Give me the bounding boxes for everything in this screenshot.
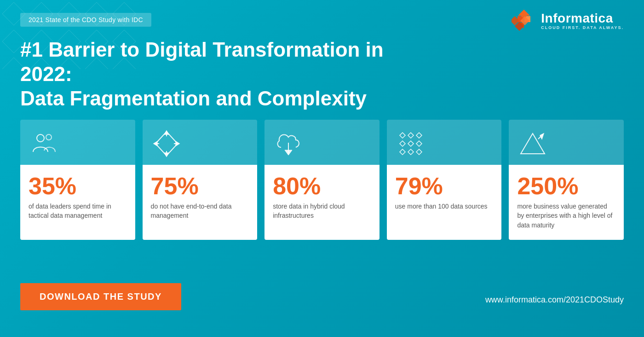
svg-point-12 [46, 134, 52, 140]
card-content-3: 80% store data in hybrid cloud infrastru… [264, 165, 380, 240]
stat-number-5: 250% [517, 174, 615, 198]
main-title-line2: Data Fragmentation and Complexity [20, 87, 397, 111]
card-content-2: 75% do not have end-to-end data manageme… [143, 165, 258, 240]
card-content-1: 35% of data leaders spend time in tactic… [20, 165, 135, 240]
logo-name: Informatica [541, 12, 624, 26]
stat-description-4: use more than 100 data sources [395, 202, 494, 211]
card-icon-area-3 [264, 120, 380, 165]
svg-marker-19 [154, 141, 157, 146]
svg-marker-29 [416, 141, 422, 146]
informatica-logo-icon [512, 8, 536, 33]
svg-marker-35 [540, 134, 544, 139]
main-title-line1: #1 Barrier to Digital Transformation in … [20, 38, 397, 87]
download-button[interactable]: DOWNLOAD THE STUDY [20, 283, 181, 310]
stat-number-2: 75% [151, 174, 249, 198]
svg-marker-32 [416, 149, 422, 155]
svg-marker-28 [408, 141, 414, 146]
svg-marker-24 [400, 133, 405, 138]
stat-number-1: 35% [29, 174, 127, 198]
card-content-4: 79% use more than 100 data sources [387, 165, 502, 240]
diamond-arrows-icon [153, 130, 180, 157]
logo-text-area: Informatica CLOUD FIRST. DATA ALWAYS. [541, 12, 624, 30]
logo-area: Informatica CLOUD FIRST. DATA ALWAYS. [512, 8, 624, 33]
stat-description-5: more business value generated by enterpr… [517, 202, 615, 230]
stat-number-3: 80% [273, 174, 371, 198]
logo-tagline: CLOUD FIRST. DATA ALWAYS. [541, 25, 624, 30]
stat-number-4: 79% [395, 174, 494, 198]
svg-marker-21 [176, 141, 179, 146]
stat-card-1: 35% of data leaders spend time in tactic… [20, 120, 135, 240]
stat-description-3: store data in hybrid cloud infrastructur… [273, 202, 371, 221]
cloud-download-icon [275, 130, 302, 157]
svg-marker-25 [408, 133, 414, 138]
footer-url: www.informatica.com/2021CDOStudy [485, 295, 624, 305]
grid-diamonds-icon [397, 130, 425, 157]
svg-marker-17 [164, 153, 169, 157]
card-icon-area-5 [509, 120, 624, 165]
card-icon-area-2 [143, 120, 258, 165]
svg-point-11 [37, 134, 44, 142]
stat-card-4: 79% use more than 100 data sources [387, 120, 502, 240]
stat-card-5: 250% more business value generated by en… [509, 120, 624, 240]
card-icon-area-1 [20, 120, 135, 165]
main-container: 2021 State of the CDO Study with IDC [0, 0, 644, 337]
svg-marker-31 [408, 149, 414, 155]
svg-marker-27 [400, 141, 405, 146]
stat-card-2: 75% do not have end-to-end data manageme… [143, 120, 258, 240]
svg-marker-23 [285, 150, 292, 155]
card-content-5: 250% more business value generated by en… [509, 165, 624, 240]
svg-marker-30 [400, 149, 405, 155]
people-icon [30, 130, 58, 157]
stat-description-2: do not have end-to-end data management [151, 202, 249, 221]
stat-description-1: of data leaders spend time in tactical d… [29, 202, 127, 221]
main-title: #1 Barrier to Digital Transformation in … [20, 38, 397, 110]
cards-row: 35% of data leaders spend time in tactic… [20, 120, 624, 240]
chart-up-icon [519, 130, 546, 157]
stat-card-3: 80% store data in hybrid cloud infrastru… [264, 120, 380, 240]
header-label: 2021 State of the CDO Study with IDC [29, 16, 143, 23]
header-bar: 2021 State of the CDO Study with IDC [20, 13, 151, 27]
svg-marker-15 [164, 131, 169, 134]
svg-marker-26 [416, 133, 422, 138]
card-icon-area-4 [387, 120, 502, 165]
